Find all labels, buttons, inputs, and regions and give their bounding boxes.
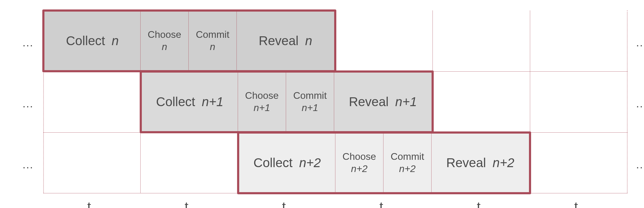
row-ellipsis-right-0: ... [636, 37, 644, 48]
row-ellipsis-left-2: ... [23, 159, 33, 170]
choose-n-word: Choose [148, 30, 181, 40]
tick-t3-letter: t [380, 199, 383, 208]
tick-t5-letter: t [574, 199, 578, 208]
tick-t2-letter: t [282, 199, 286, 208]
tick-t4: t4 [477, 200, 486, 208]
choose-n2-cell: Choose n+2 [335, 134, 383, 192]
reveal-n1-word: Reveal [349, 95, 389, 109]
reveal-n1-cell: Reveal n+1 [334, 73, 432, 131]
reveal-n-cell: Reveal n [237, 12, 334, 70]
tick-t5: t5 [574, 200, 584, 208]
collect-n1-cell: Collect n+1 [142, 73, 238, 131]
choose-n-expr: n [162, 42, 167, 52]
tick-t2: t2 [282, 200, 292, 208]
tick-t1: t1 [185, 200, 194, 208]
commit-n-expr: n [210, 42, 215, 52]
commit-n2-expr: n+2 [399, 164, 415, 174]
reveal-n-expr: n [305, 34, 312, 48]
tick-t4-letter: t [477, 199, 481, 208]
collect-n2-word: Collect [254, 156, 292, 170]
row-ellipsis-left-0: ... [23, 37, 33, 48]
commit-n2-cell: Commit n+2 [383, 134, 432, 192]
collect-n2-cell: Collect n+2 [239, 134, 335, 192]
collect-n-word: Collect [66, 34, 105, 48]
reveal-n1-expr: n+1 [395, 95, 417, 109]
row-ellipsis-right-2: ... [636, 159, 644, 170]
collect-n1-expr: n+1 [202, 95, 223, 109]
reveal-n2-cell: Reveal n+2 [432, 134, 529, 192]
reveal-n-word: Reveal [259, 34, 299, 48]
collect-n2-expr: n+2 [299, 156, 321, 170]
reveal-n2-word: Reveal [446, 156, 486, 170]
choose-n1-expr: n+1 [254, 103, 270, 113]
tick-t3: t3 [380, 200, 389, 208]
tick-t0-letter: t [87, 199, 91, 208]
grid-col-5 [530, 10, 628, 193]
commit-n-word: Commit [196, 30, 229, 40]
phase-group-n2: Collect n+2 Choose n+2 Commit n+2 Reveal… [237, 131, 531, 194]
choose-n-cell: Choose n [141, 12, 189, 70]
choose-n1-word: Choose [245, 91, 278, 101]
phase-group-n1: Collect n+1 Choose n+1 Commit n+1 Reveal… [140, 70, 434, 133]
commit-n1-expr: n+1 [302, 103, 318, 113]
collect-n-cell: Collect n [44, 12, 141, 70]
commit-n2-word: Commit [390, 152, 424, 162]
commit-n1-word: Commit [293, 91, 327, 101]
diagram-stage: ... ... ... ... ... ... Collect n Choose… [0, 0, 644, 208]
tick-t1-letter: t [185, 199, 188, 208]
row-ellipsis-right-1: ... [636, 98, 644, 109]
row-ellipsis-left-1: ... [23, 98, 33, 109]
commit-n1-cell: Commit n+1 [286, 73, 334, 131]
commit-n-cell: Commit n [189, 12, 237, 70]
choose-n2-expr: n+2 [351, 164, 367, 174]
collect-n1-word: Collect [156, 95, 195, 109]
choose-n2-word: Choose [342, 152, 376, 162]
tick-t0: t0 [87, 200, 97, 208]
reveal-n2-expr: n+2 [493, 156, 514, 170]
collect-n-expr: n [112, 34, 119, 48]
phase-group-n: Collect n Choose n Commit n Reveal n [42, 9, 336, 72]
choose-n1-cell: Choose n+1 [238, 73, 286, 131]
